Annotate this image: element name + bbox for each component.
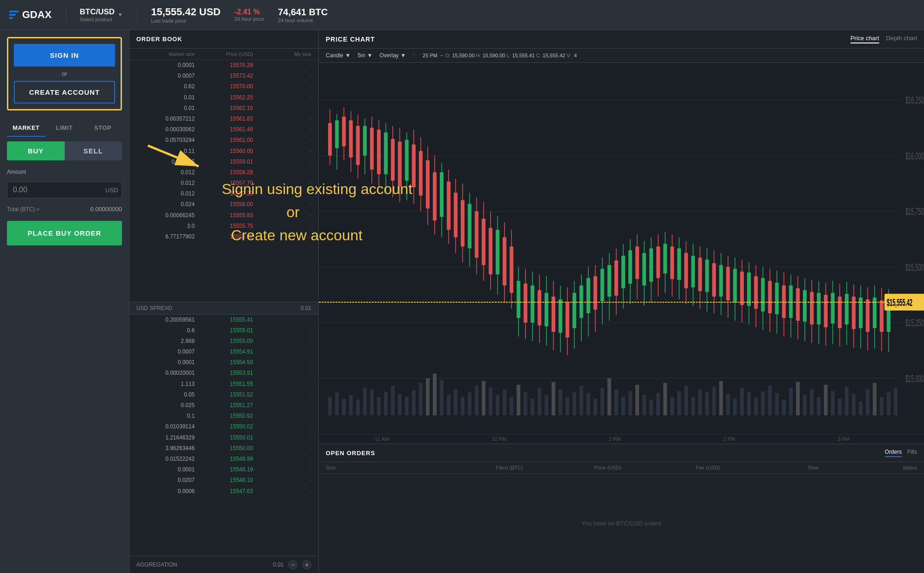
svg-rect-139 [482, 219, 486, 265]
ask-row[interactable]: 0.552395 15559.01 - [129, 157, 318, 167]
signin-button[interactable]: SIGN IN [14, 44, 115, 67]
ask-row[interactable]: 0.00030062 15561.49 - [129, 124, 318, 135]
svg-rect-34 [482, 381, 486, 415]
price-change-block: -2.41 % 24 hour price [234, 8, 264, 22]
ask-row[interactable]: 3.0 15555.75 - [129, 221, 318, 232]
svg-rect-99 [342, 116, 346, 146]
ask-row[interactable]: 0.012 15557.70 - [129, 178, 318, 189]
bid-row[interactable]: 0.0001 15548.19 - [129, 464, 318, 475]
overlay-dropdown[interactable]: Overlay ▼ [379, 52, 406, 59]
ask-row[interactable]: 6.77177902 15555.42 - [129, 232, 318, 242]
ask-row[interactable]: 0.012 15558.28 - [129, 167, 318, 178]
ask-row[interactable]: 0.00066245 15555.83 - [129, 210, 318, 221]
bid-market-size: 3.96263446 [136, 444, 195, 453]
create-account-button[interactable]: CREATE ACCOUNT [14, 81, 115, 104]
ask-my-size: - [253, 104, 311, 113]
bid-row[interactable]: 0.0207 15548.10 - [129, 475, 318, 486]
bid-row[interactable]: 0.20059561 15555.41 - [129, 315, 318, 325]
bid-price: 15553.91 [195, 369, 253, 378]
col-market-size: Market size [136, 51, 195, 57]
bid-market-size: 0.01522242 [136, 455, 195, 463]
bid-my-size: - [253, 465, 311, 474]
last-price-label: Last trade price [151, 18, 220, 24]
bid-row[interactable]: 0.01522242 15548.99 - [129, 454, 318, 464]
bid-row[interactable]: 1.113 15551.55 - [129, 379, 318, 390]
bid-row[interactable]: 0.6 15555.01 - [129, 325, 318, 336]
svg-rect-33 [475, 386, 479, 415]
svg-text:$15,500: $15,500 [906, 261, 924, 273]
bid-row[interactable]: 0.1 15550.92 - [129, 411, 318, 421]
svg-rect-83 [824, 385, 827, 415]
tab-limit[interactable]: LIMIT [45, 120, 84, 137]
bid-row[interactable]: 2.968 15555.00 - [129, 336, 318, 347]
buy-button[interactable]: BUY [7, 141, 65, 160]
empty-message: You have no BTC/USD orders [582, 520, 662, 527]
ask-row[interactable]: 0.00357212 15561.83 - [129, 114, 318, 124]
bid-market-size: 0.00020001 [136, 369, 195, 378]
bid-row[interactable]: 0.0006 15547.63 - [129, 486, 318, 497]
bid-row[interactable]: 0.01039114 15550.02 - [129, 421, 318, 432]
time-label-1pm: 1 PM [609, 436, 621, 442]
ask-my-size: - [253, 189, 311, 198]
col-filled: Filled (BTC) [424, 465, 523, 470]
amount-currency: USD [105, 187, 118, 194]
ask-row[interactable]: 0.0007 15573.42 - [129, 71, 318, 81]
bid-row[interactable]: 1.21646329 15550.01 - [129, 433, 318, 443]
ask-row[interactable]: 0.024 15556.00 - [129, 199, 318, 210]
ask-price: 15557.70 [195, 179, 253, 188]
tab-market[interactable]: MARKET [7, 120, 45, 137]
bid-price: 15547.63 [195, 487, 253, 496]
candle-chevron-icon: ▼ [345, 52, 351, 59]
ask-row[interactable]: 0.01 15562.16 - [129, 103, 318, 114]
ctrl-separator: | [413, 52, 414, 59]
bid-row[interactable]: 0.0007 15554.91 - [129, 347, 318, 357]
svg-rect-219 [761, 278, 765, 311]
interval-dropdown[interactable]: 5m ▼ [358, 52, 373, 59]
aggregation-decrease-button[interactable]: − [288, 560, 298, 569]
open-orders-col-header: Size Filled (BTC) Price (USD) Fee (USD) … [319, 462, 924, 474]
svg-rect-175 [608, 265, 611, 297]
svg-rect-87 [852, 394, 856, 415]
ask-price: 15555.75 [195, 222, 253, 231]
ask-row[interactable]: 0.11 15560.00 - [129, 146, 318, 157]
ask-row[interactable]: 0.05703294 15561.00 - [129, 135, 318, 146]
place-order-button[interactable]: PLACE BUY ORDER [7, 221, 122, 245]
ask-market-size: 0.11 [136, 147, 195, 156]
ask-row[interactable]: 0.0001 15576.28 - [129, 60, 318, 71]
bid-row[interactable]: 0.00020001 15553.91 - [129, 368, 318, 378]
volume-value: 74,641 BTC [278, 7, 328, 18]
tab-stop[interactable]: STOP [84, 120, 122, 137]
svg-rect-67 [712, 387, 716, 415]
bid-row[interactable]: 3.96263446 15550.00 - [129, 443, 318, 454]
svg-rect-201 [698, 258, 702, 291]
candle-dropdown[interactable]: Candle ▼ [326, 52, 351, 59]
chart-tabs: Price chart Depth chart [851, 35, 917, 43]
ask-row[interactable]: 0.62 15570.00 - [129, 81, 318, 92]
bid-row[interactable]: 0.025 15551.27 - [129, 400, 318, 411]
svg-rect-16 [356, 400, 360, 415]
bid-row[interactable]: 0.05 15551.52 - [129, 390, 318, 400]
svg-rect-32 [468, 392, 471, 415]
svg-rect-41 [531, 399, 535, 415]
bid-row[interactable]: 0.0001 15554.50 - [129, 357, 318, 368]
ask-row[interactable]: 0.012 15557.23 - [129, 189, 318, 199]
aggregation-increase-button[interactable]: + [302, 560, 311, 569]
col-status: Status [819, 465, 917, 470]
svg-rect-25 [419, 383, 423, 415]
tab-orders[interactable]: Orders [885, 449, 902, 457]
svg-rect-147 [510, 246, 513, 293]
amount-input[interactable] [13, 186, 105, 194]
tab-fills[interactable]: Fills [907, 449, 917, 457]
ask-row[interactable]: 0.01 15562.25 - [129, 92, 318, 103]
open-orders-header: OPEN ORDERS Orders Fills [319, 444, 924, 462]
tab-price-chart[interactable]: Price chart [851, 35, 879, 43]
svg-rect-35 [489, 388, 492, 415]
ask-market-size: 0.01 [136, 104, 195, 113]
bid-price: 15550.02 [195, 422, 253, 431]
sell-button[interactable]: SELL [65, 141, 122, 160]
product-selector[interactable]: BTC/USD Select product ▼ [80, 7, 123, 22]
or-text: or [14, 70, 115, 77]
svg-rect-223 [775, 283, 779, 314]
tab-depth-chart[interactable]: Depth chart [886, 35, 917, 43]
aggregation-label: AGGREGATION [136, 561, 177, 568]
